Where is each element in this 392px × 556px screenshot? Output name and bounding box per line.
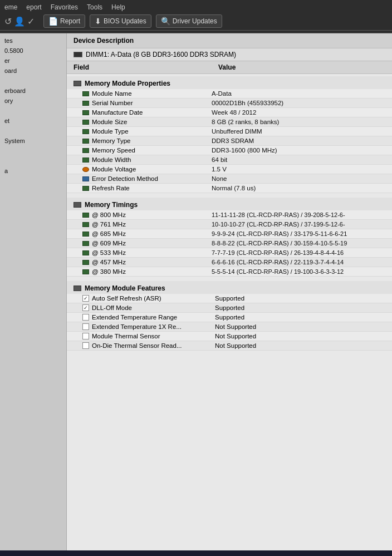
timing-row-609: @ 609 MHz 8-8-8-22 (CL-RCD-RP-RAS) / 30-… bbox=[67, 239, 392, 248]
field-module-width: Module Width bbox=[92, 156, 131, 163]
sidebar-item-blank5 bbox=[0, 156, 66, 166]
row-icon-name bbox=[82, 91, 89, 96]
row-error-detection: Error Detection Method None bbox=[67, 174, 392, 184]
row-icon-type bbox=[82, 129, 89, 134]
menu-report[interactable]: eport bbox=[26, 3, 41, 11]
row-module-voltage: Module Voltage 1.5 V bbox=[67, 165, 392, 174]
sidebar-item-er[interactable]: er bbox=[0, 56, 66, 66]
row-memory-speed: Memory Speed DDR3-1600 (800 MHz) bbox=[67, 146, 392, 155]
timing-value-380: 5-5-5-14 (CL-RCD-RP-RAS) / 19-100-3-6-3-… bbox=[212, 268, 385, 275]
row-icon-size bbox=[82, 120, 89, 125]
timing-row-380: @ 380 MHz 5-5-5-14 (CL-RCD-RP-RAS) / 19-… bbox=[67, 267, 392, 277]
row-icon-memtype bbox=[82, 139, 89, 144]
section-icon-timings bbox=[74, 202, 81, 208]
checkbox-ext-temp[interactable] bbox=[82, 314, 89, 321]
user-icon[interactable]: 👤 bbox=[14, 16, 25, 27]
value-serial-number: 00002D1Bh (455933952) bbox=[212, 100, 385, 106]
menu-help[interactable]: Help bbox=[111, 3, 125, 11]
section-properties-label: Memory Module Properties bbox=[85, 80, 170, 87]
menu-favorites[interactable]: Favorites bbox=[51, 3, 78, 11]
report-button[interactable]: 📄 Report bbox=[43, 14, 85, 28]
timing-row-761: @ 761 MHz 10-10-10-27 (CL-RCD-RP-RAS) / … bbox=[67, 220, 392, 229]
value-refresh-rate: Normal (7.8 us) bbox=[212, 185, 385, 191]
value-manufacture-date: Week 48 / 2012 bbox=[212, 109, 385, 116]
driver-label: Driver Updates bbox=[173, 17, 217, 25]
field-module-name: Module Name bbox=[92, 90, 132, 97]
row-module-size: Module Size 8 GB (2 ranks, 8 banks) bbox=[67, 117, 392, 127]
value-module-name: A-Data bbox=[212, 90, 385, 97]
bios-updates-button[interactable]: ⬇ BIOS Updates bbox=[90, 14, 151, 28]
bios-icon: ⬇ bbox=[95, 17, 101, 26]
check-icon[interactable]: ✓ bbox=[27, 16, 35, 27]
row-icon-voltage bbox=[82, 167, 89, 172]
row-memory-type: Memory Type DDR3 SDRAM bbox=[67, 136, 392, 146]
sidebar-item-speed[interactable]: 0.5800 bbox=[0, 46, 66, 56]
row-icon-width bbox=[82, 158, 89, 163]
feature-row-ext-temp: Extended Temperature Range Supported bbox=[67, 313, 392, 322]
sidebar-item-system[interactable]: System bbox=[0, 136, 66, 146]
bios-label: BIOS Updates bbox=[104, 17, 146, 25]
timing-icon-800 bbox=[82, 213, 89, 218]
table-header: Field Value bbox=[67, 61, 392, 74]
value-module-type: Unbuffered DIMM bbox=[212, 128, 385, 135]
sidebar-item-et[interactable]: et bbox=[0, 116, 66, 126]
timing-row-457: @ 457 MHz 6-6-6-16 (CL-RCD-RP-RAS) / 22-… bbox=[67, 258, 392, 267]
checkbox-ext-temp-1x[interactable] bbox=[82, 323, 89, 330]
timing-value-800: 11-11-11-28 (CL-RCD-RP-RAS) / 39-208-5-1… bbox=[212, 211, 385, 218]
row-refresh-rate: Refresh Rate Normal (7.8 us) bbox=[67, 184, 392, 193]
checkbox-die-sensor[interactable] bbox=[82, 342, 89, 349]
timing-icon-761 bbox=[82, 222, 89, 227]
timing-row-533: @ 533 MHz 7-7-7-19 (CL-RCD-RP-RAS) / 26-… bbox=[67, 248, 392, 258]
checkbox-asr[interactable]: ✓ bbox=[82, 295, 89, 302]
driver-updates-button[interactable]: 🔍 Driver Updates bbox=[156, 14, 222, 28]
section-icon-properties bbox=[74, 81, 81, 86]
menu-eme[interactable]: eme bbox=[4, 3, 17, 11]
timing-value-457: 6-6-6-16 (CL-RCD-RP-RAS) / 22-119-3-7-4-… bbox=[212, 259, 385, 265]
menu-tools[interactable]: Tools bbox=[87, 3, 102, 11]
sidebar-item-a[interactable]: a bbox=[0, 166, 66, 176]
timing-icon-609 bbox=[82, 241, 89, 246]
value-module-voltage: 1.5 V bbox=[212, 166, 385, 173]
col-value-header: Value bbox=[218, 63, 385, 71]
feature-label-ext-temp: Extended Temperature Range bbox=[92, 314, 177, 321]
toolbar: ↺ 👤 ✓ 📄 Report ⬇ BIOS Updates 🔍 Driver U… bbox=[0, 12, 392, 31]
field-serial-number: Serial Number bbox=[92, 100, 133, 106]
timing-icon-685 bbox=[82, 232, 89, 237]
value-module-width: 64 bit bbox=[212, 156, 385, 163]
timing-field-457: @ 457 MHz bbox=[92, 259, 126, 265]
field-module-size: Module Size bbox=[92, 119, 127, 125]
feature-value-ext-temp-1x: Not Supported bbox=[215, 323, 385, 330]
window-chrome: eme eport Favorites Tools Help ↺ 👤 ✓ 📄 R… bbox=[0, 0, 392, 33]
feature-value-asr: Supported bbox=[215, 295, 385, 302]
content-area: Device Description DIMM1: A-Data (8 GB D… bbox=[67, 33, 392, 550]
timing-icon-457 bbox=[82, 260, 89, 265]
feature-row-thermal-sensor: Module Thermal Sensor Not Supported bbox=[67, 332, 392, 341]
timing-value-609: 8-8-8-22 (CL-RCD-RP-RAS) / 30-159-4-10-5… bbox=[212, 240, 385, 247]
value-error-detection: None bbox=[212, 175, 385, 182]
value-module-size: 8 GB (2 ranks, 8 banks) bbox=[212, 119, 385, 125]
row-icon-mfg bbox=[82, 110, 89, 115]
nav-icons: ↺ 👤 ✓ bbox=[4, 16, 35, 27]
checkbox-thermal[interactable] bbox=[82, 333, 89, 339]
timing-value-685: 9-9-9-24 (CL-RCD-RP-RAS) / 33-179-5-11-6… bbox=[212, 230, 385, 237]
sidebar-item-oard[interactable]: oard bbox=[0, 66, 66, 76]
section-memory-timings: Memory Timings bbox=[67, 198, 392, 210]
feature-row-die-sensor: On-Die Thermal Sensor Read... Not Suppor… bbox=[67, 341, 392, 351]
sidebar-item-blank2 bbox=[0, 106, 66, 116]
refresh-icon[interactable]: ↺ bbox=[4, 16, 12, 27]
row-icon-error bbox=[82, 176, 89, 181]
device-desc-label: Device Description bbox=[74, 37, 134, 45]
field-memory-speed: Memory Speed bbox=[92, 147, 135, 154]
sidebar: tes 0.5800 er oard erboard ory et System… bbox=[0, 33, 67, 550]
col-field-header: Field bbox=[74, 63, 218, 71]
row-module-type: Module Type Unbuffered DIMM bbox=[67, 127, 392, 136]
timing-row-800: @ 800 MHz 11-11-11-28 (CL-RCD-RP-RAS) / … bbox=[67, 210, 392, 220]
device-name: DIMM1: A-Data (8 GB DDR3-1600 DDR3 SDRAM… bbox=[86, 51, 236, 58]
timing-field-533: @ 533 MHz bbox=[92, 249, 126, 256]
sidebar-item-tes[interactable]: tes bbox=[0, 36, 66, 46]
sidebar-item-erboard[interactable]: erboard bbox=[0, 86, 66, 96]
timing-field-761: @ 761 MHz bbox=[92, 221, 126, 228]
checkbox-dll[interactable]: ✓ bbox=[82, 304, 89, 311]
sidebar-item-blank1 bbox=[0, 76, 66, 86]
sidebar-item-ory[interactable]: ory bbox=[0, 96, 66, 106]
